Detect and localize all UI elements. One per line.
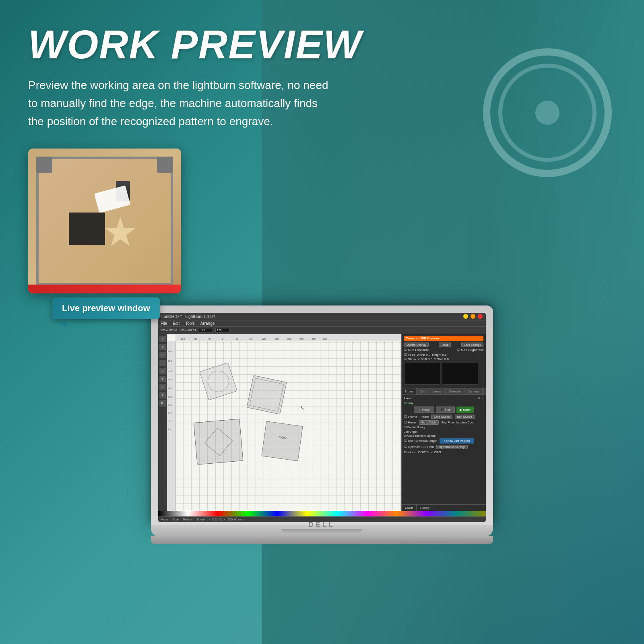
run-gcode-btn[interactable]: Run GCode xyxy=(455,415,475,419)
start-btn[interactable]: ▶ Start xyxy=(456,407,473,413)
devices-label: Devices xyxy=(404,450,415,454)
close-btn[interactable] xyxy=(478,314,483,319)
tab-cut[interactable]: Cut/ xyxy=(417,388,429,394)
enable-rotary-row: ☐ Enable Rotary xyxy=(404,426,483,429)
tool-node[interactable]: ⊕ xyxy=(159,344,166,350)
machine-red-bar xyxy=(28,285,181,293)
camera-preview-1 xyxy=(404,363,440,385)
black-rect-obj xyxy=(69,213,105,245)
frame-label: Frame xyxy=(419,415,429,419)
height-val: Height 0.0 xyxy=(432,353,446,357)
tab-laser[interactable]: Laser xyxy=(402,505,417,511)
use-selection-checkbox[interactable]: ☑ Use Selection Origin xyxy=(404,439,437,443)
tool-move[interactable]: ✥ xyxy=(159,392,166,398)
page-description: Preview the working area on the lightbur… xyxy=(28,76,334,130)
tab-library[interactable]: Library xyxy=(417,505,433,511)
optimize-checkbox[interactable]: ☑ Optimize Cut Path xyxy=(404,445,434,449)
machine-photo-inner xyxy=(28,149,181,293)
frame-checkbox[interactable]: ☐ Frame xyxy=(404,415,417,419)
start-from-label: Start From: Absolute Coo... xyxy=(441,421,475,424)
canvas-item-2 xyxy=(246,375,287,415)
camera-preview-2 xyxy=(442,363,478,385)
lb-left-tools: ↖ ⊕ □ ○ / T ✏ ✥ 🔍 xyxy=(158,334,167,511)
lb-title-text: <untitled> * - LightBurn 1.1.04 xyxy=(161,314,215,319)
show-label: ☑ Show xyxy=(404,357,416,361)
show-last-pos-btn[interactable]: + Show Last Position xyxy=(440,438,474,444)
lb-title-controls xyxy=(463,314,483,319)
stop-btn[interactable]: ⬛ Stop xyxy=(436,407,455,413)
menu-edit[interactable]: Edit xyxy=(173,321,180,326)
lb-toolbar: XPos 97.48 YPos 86.07 xyxy=(158,327,486,334)
lb-right-panel: Camera: USB Camera Update Overlay Trace … xyxy=(401,334,486,511)
optimization-settings-btn[interactable]: Optimization Settings xyxy=(436,445,468,449)
xshift-label: X Shift 0.0 xyxy=(417,357,432,361)
toolbar-width-input[interactable] xyxy=(199,328,213,332)
laser-frame-row-2: ☐ Home Go to Origin Start From: Absolute… xyxy=(404,420,483,425)
star-obj xyxy=(104,217,136,249)
optimize-row: ☑ Optimize Cut Path Optimization Setting… xyxy=(404,445,483,449)
lb-ruler-left: 400 360 320 280 240 200 160 120 80 40 xyxy=(167,341,176,511)
tool-zoom[interactable]: 🔍 xyxy=(159,400,166,407)
fade-label: ☑ Fade xyxy=(404,353,415,357)
toolbar-xpos: XPos 97.48 xyxy=(161,328,177,332)
tool-arrow[interactable]: ↖ xyxy=(159,336,166,342)
tool-text[interactable]: T xyxy=(159,376,166,382)
toolbar-ypos: YPos 86.07 xyxy=(180,328,196,332)
auto-brightness-checkbox[interactable]: ☑ Auto Brightness xyxy=(457,348,483,352)
tool-circle[interactable]: ○ xyxy=(159,360,166,366)
minimize-btn[interactable] xyxy=(463,314,468,319)
laser-objects xyxy=(49,169,161,273)
auto-exposure-checkbox[interactable]: ☑ Auto Exposure xyxy=(404,348,429,352)
cut-selected-checkbox[interactable]: ☑ Cut Selected Graphics xyxy=(404,434,436,438)
status-size: Size xyxy=(173,518,179,521)
tab-camera[interactable]: Camera xyxy=(464,388,483,394)
tab-layers[interactable]: Layers xyxy=(429,388,446,394)
width-label: Width 0.0 xyxy=(417,353,430,357)
job-origin-label: Job Origin xyxy=(404,430,483,433)
status-coords: x: 621.00, y: 226.90 mm xyxy=(209,518,244,521)
yshift-val: Y Shift 0.0 xyxy=(434,357,449,361)
lb-panel-tabs: Move Cut/ Layers Console Camera xyxy=(402,388,486,395)
status-rotate: Rotate xyxy=(183,518,192,521)
laser-panel-icon: ⚙ ↗ xyxy=(478,397,483,400)
cursor: ↖ xyxy=(300,405,305,411)
go-origin-btn[interactable]: Go to Origin xyxy=(419,420,439,425)
laptop-brand: DELL xyxy=(309,521,335,528)
camera-input-row-1: ☑ Fade Width 0.0 Height 0.0 xyxy=(404,353,483,357)
laptop: <untitled> * - LightBurn 1.1.04 File Edi… xyxy=(151,305,493,544)
lb-canvas-area[interactable]: -100 -80 -40 0 40 80 120 160 200 240 xyxy=(167,334,401,511)
update-overlay-btn[interactable]: Update Overlay xyxy=(404,343,429,347)
trace-btn[interactable]: Trace xyxy=(439,343,451,347)
save-gcode-btn[interactable]: Save GCode xyxy=(431,415,452,419)
tool-pen[interactable]: ✏ xyxy=(159,384,166,390)
live-preview-tooltip: Live preview window xyxy=(52,297,160,319)
tool-line[interactable]: / xyxy=(159,368,166,374)
laptop-screen-bezel: <untitled> * - LightBurn 1.1.04 File Edi… xyxy=(151,305,493,525)
camera-input-row-2: ☑ Show X Shift 0.0 Y Shift 0.0 xyxy=(404,357,483,361)
lb-main: ↖ ⊕ □ ○ / T ✏ ✥ 🔍 xyxy=(158,334,486,511)
camera-previews xyxy=(404,363,483,385)
page-title: WORK PREVIEW xyxy=(28,24,616,64)
device-name: COX10 xyxy=(418,450,428,454)
menu-tools[interactable]: Tools xyxy=(185,321,194,326)
laptop-section: Live preview window <untitled> * - Light… xyxy=(28,305,616,544)
toolbar-height-input[interactable] xyxy=(215,328,229,332)
menu-arrange[interactable]: Arrange xyxy=(200,321,215,326)
cut-selected-row: ☑ Cut Selected Graphics xyxy=(404,434,483,438)
status-move: Move xyxy=(161,518,169,521)
menu-file[interactable]: File xyxy=(161,321,167,326)
laser-panel-title: Laser xyxy=(404,396,413,400)
camera-control-panel: Camera: USB Camera Update Overlay Trace … xyxy=(402,334,486,388)
tool-rect[interactable]: □ xyxy=(159,352,166,358)
camera-row-1: Update Overlay Trace Save Settings xyxy=(404,343,483,347)
tab-move[interactable]: Move xyxy=(402,388,417,394)
save-settings-btn[interactable]: Save Settings xyxy=(461,343,483,347)
lb-menubar: File Edit Tools Arrange xyxy=(158,320,486,327)
home-checkbox[interactable]: ☐ Home xyxy=(404,421,417,424)
maximize-btn[interactable] xyxy=(471,314,475,319)
pause-btn[interactable]: ⏸ Pause xyxy=(414,407,434,413)
enable-rotary-checkbox[interactable]: ☐ Enable Rotary xyxy=(404,426,425,429)
canvas-item-1 xyxy=(199,363,237,401)
tab-console[interactable]: Console xyxy=(446,388,464,394)
lb-ready-status: Ready xyxy=(404,401,483,405)
